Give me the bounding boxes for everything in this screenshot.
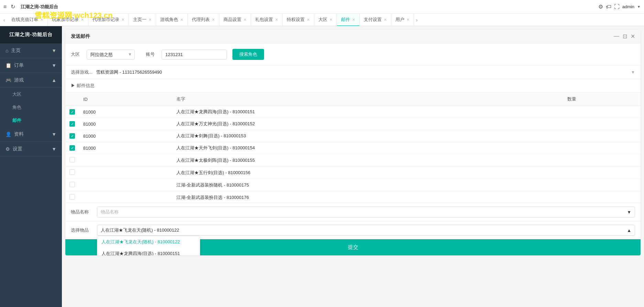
row-name: 江湖-全新武器装扮随机 - 810000175 [172,179,563,191]
game-select-expand-icon[interactable]: ▼ [631,70,635,75]
sidebar-label-home: 主页 [11,47,21,54]
tab-item[interactable]: 代理加币记录✕ [88,14,129,26]
tab-close-icon[interactable]: ✕ [406,18,410,22]
tab-close-icon[interactable]: ✕ [329,18,332,22]
tab-item[interactable]: 游戏角色✕ [156,14,188,26]
sidebar-menu-item-order[interactable]: 📋订单▼ [0,58,62,73]
tab-item[interactable]: 商品设置✕ [219,14,251,26]
top-bar-right: ⚙ 🏷 ⛶ admin ▼ [598,3,641,10]
sidebar-label-order: 订单 [14,62,24,68]
row-checkbox[interactable] [69,169,75,175]
search-btn[interactable]: 搜索角色 [232,49,264,60]
tab-close-icon[interactable]: ✕ [243,18,247,22]
row-id [79,167,172,179]
dropdown-list-item[interactable]: 人在江湖★龙腾四海(目选) - 810000151 [97,248,200,255]
sidebar-label-settings: 设置 [13,146,22,152]
game-select-row[interactable]: 选择游戏... 雪糕资源网 - 1131175626559490 ▼ [65,66,641,79]
row-checkbox-cell[interactable] [65,167,79,179]
tab-close-icon[interactable]: ✕ [121,18,124,22]
tab-close-icon[interactable]: ✕ [40,18,43,22]
row-checkbox[interactable]: ✓ [69,121,75,127]
tab-close-icon[interactable]: ✕ [81,18,84,22]
submit-label: 提交 [348,244,358,250]
sidebar-menu-item-home[interactable]: ⌂主页▼ [0,43,62,58]
row-checkbox-cell[interactable]: ✓ [65,118,79,130]
sidebar-brand: 江湖之润-功能后台 [0,26,62,43]
item-name-dropdown[interactable]: 物品名称 ▼ [97,207,635,218]
tab-close-icon[interactable]: ✕ [352,18,355,22]
row-checkbox-cell[interactable]: ✓ [65,106,79,118]
user-dropdown-icon[interactable]: ▼ [637,5,641,9]
sidebar-menu-item-settings[interactable]: ⚙设置▼ [0,142,62,157]
sidebar-sub-label-zone: 大区 [12,91,21,97]
row-checkbox[interactable] [69,194,75,200]
settings-icon[interactable]: ⚙ [598,3,603,10]
user-label[interactable]: admin [622,4,634,9]
tab-next-btn[interactable]: › [414,17,420,23]
tag-icon[interactable]: 🏷 [606,4,611,10]
tab-item[interactable]: 邮件✕ [337,14,360,26]
refresh-icon[interactable]: ↻ [11,3,15,10]
mail-info-toggle[interactable]: ▶ 邮件信息 [65,79,641,93]
sidebar-label-profile: 资料 [14,131,24,137]
choose-item-dropdown-wrap: 人在江湖★飞龙在天(随机) - 810000122 ▲ 人在江湖★飞龙在天(随机… [97,225,635,236]
sidebar-menu-item-profile[interactable]: 👤资料▼ [0,127,62,142]
sidebar-sub-item-zone[interactable]: 大区 [0,88,62,101]
game-select-label: 选择游戏... [71,69,92,75]
tab-item[interactable]: 特权设置✕ [283,14,314,26]
expand-icon[interactable]: ⛶ [614,4,620,10]
choose-item-arrow: ▲ [627,228,631,233]
row-checkbox-cell[interactable]: ✓ [65,130,79,142]
tab-prev-btn[interactable]: ‹ [1,17,7,23]
table-row: 人在江湖★太极剑阵(目选) - 810000155 [65,154,641,167]
choose-item-dropdown[interactable]: 人在江湖★飞龙在天(随机) - 810000122 ▲ [97,225,635,236]
tab-close-icon[interactable]: ✕ [180,18,183,22]
expand-chevron: ▼ [52,146,56,152]
row-checkbox[interactable]: ✓ [69,133,75,139]
th-checkbox [65,93,79,106]
row-name: 人在江湖★剑舞(目选) - 810000153 [172,130,563,142]
row-checkbox-cell[interactable] [65,154,79,167]
tab-item[interactable]: 在线充值订单✕ [7,14,48,26]
tab-close-icon[interactable]: ✕ [384,18,387,22]
maximize-btn[interactable]: ⊡ [623,33,627,40]
home-icon: ⌂ [6,48,8,53]
minimize-btn[interactable]: — [614,33,619,40]
dropdown-list-item[interactable]: 人在江湖★飞龙在天(随机) - 810000122 [97,236,200,248]
sidebar-sub-item-role[interactable]: 角色 [0,101,62,114]
row-checkbox-cell[interactable] [65,179,79,191]
tab-close-icon[interactable]: ✕ [307,18,310,22]
tab-close-icon[interactable]: ✕ [275,18,278,22]
sidebar-menu: ⌂主页▼📋订单▼🎮游戏▲大区角色邮件👤资料▼⚙设置▼ [0,43,62,157]
tab-close-icon[interactable]: ✕ [212,18,215,22]
row-checkbox[interactable] [69,157,75,162]
sidebar-sub-item-mail[interactable]: 邮件 [0,114,62,127]
row-checkbox[interactable]: ✓ [69,109,75,115]
tab-item[interactable]: 礼包设置✕ [251,14,283,26]
tab-item[interactable]: 代理列表✕ [188,14,219,26]
tab-item[interactable]: 大区✕ [314,14,337,26]
zone-select[interactable]: 阿拉德之怒 [87,50,135,60]
row-checkbox-cell[interactable] [65,191,79,203]
choose-item-label: 选择物品 [71,227,91,233]
tab-label: 代理加币记录 [92,17,119,23]
row-checkbox[interactable]: ✓ [69,145,75,151]
menu-icon[interactable]: ≡ [3,4,7,10]
account-input[interactable] [162,50,227,60]
choose-item-value: 人在江湖★飞龙在天(随机) - 810000122 [101,227,179,233]
row-id: 81000 [79,106,172,118]
close-btn[interactable]: ✕ [631,33,635,40]
tab-close-icon[interactable]: ✕ [149,18,152,22]
row-checkbox-cell[interactable]: ✓ [65,142,79,154]
tab-item[interactable]: 用户✕ [391,14,414,26]
tab-item[interactable]: 支付设置✕ [360,14,391,26]
order-icon: 📋 [6,63,11,68]
tab-item[interactable]: 玩家加币记录✕ [48,14,88,26]
sidebar-menu-item-game[interactable]: 🎮游戏▲ [0,73,62,88]
th-name: 名字 [172,93,563,106]
game-select-value: 雪糕资源网 - 1131175626559490 [96,69,627,75]
table-row: 江湖-全新武器装扮目选 - 810000176 [65,191,641,203]
row-checkbox[interactable] [69,182,75,187]
table-row: ✓ 81000 人在江湖★万丈神光(目选) - 810000152 [65,118,641,130]
tab-item[interactable]: 主页一✕ [129,14,156,26]
